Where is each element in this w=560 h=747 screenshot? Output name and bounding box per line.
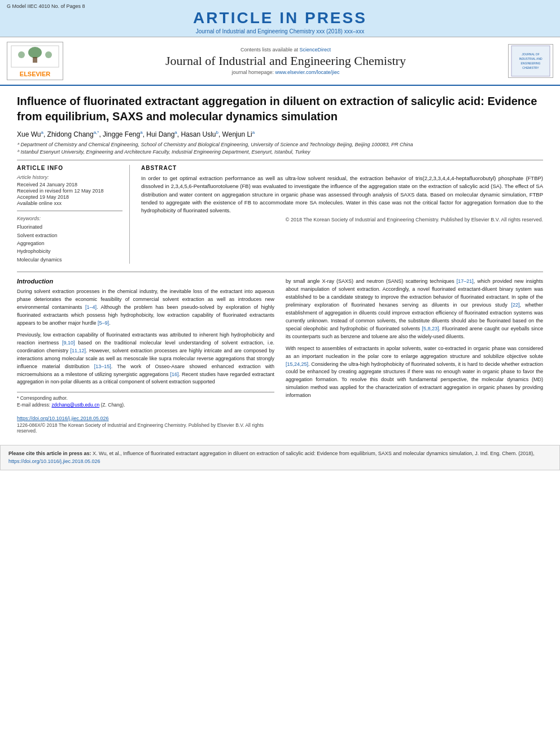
svg-point-1 [28,47,42,58]
right-para-1: by small angle X-ray (SAXS) and neutron … [286,278,543,341]
keyword-3: Aggregation [17,239,123,247]
doi-link[interactable]: https://doi.org/10.1016/j.jiec.2018.05.0… [17,416,274,421]
contents-label: Contents lists available at [240,47,298,53]
journal-logo-image: JOURNAL OF INDUSTRIAL AND ENGINEERING CH… [511,45,550,77]
elsevier-logo-box: ELSEVIER [7,42,63,80]
homepage-label: journal homepage: [231,69,274,75]
divider-info [17,211,123,211]
elsevier-logo-svg [10,45,60,68]
ref-17-21: [17–21] [457,278,474,284]
svg-rect-2 [33,57,37,63]
journal-center-area: Contents lists available at ScienceDirec… [69,47,502,75]
contents-line: Contents lists available at ScienceDirec… [69,47,502,53]
citation-box: Please cite this article in press as: X.… [0,445,560,470]
svg-point-4 [45,51,52,58]
article-history-label: Article history: [17,174,123,180]
body-section: Introduction During solvent extraction p… [17,272,543,434]
svg-text:CHEMISTRY: CHEMISTRY [522,66,539,69]
ref-1-4: [1–4] [85,304,97,310]
ref-11-12: [11,12] [71,348,86,353]
footnote-corresponding: * Corresponding author. [17,395,274,402]
divider-1 [17,160,543,160]
homepage-link[interactable]: www.elsevier.com/locate/jiec [275,69,340,75]
page: G Model IIEC 4010 No. of Pages 8 ARTICLE… [0,0,560,747]
affiliations: ᵃ Department of Chemistry and Chemical E… [17,141,543,155]
svg-text:INDUSTRIAL AND: INDUSTRIAL AND [519,57,542,60]
svg-rect-5 [511,46,550,76]
keyword-2: Solvent extraction [17,231,123,239]
received-date: Received 24 January 2018 [17,182,123,187]
footnote-area: * Corresponding author. E-mail address: … [17,392,274,409]
elsevier-wordmark: ELSEVIER [10,71,60,77]
accepted-date: Accepted 19 May 2018 [17,194,123,200]
abstract-text: In order to get optimal extraction perfo… [141,174,543,215]
abstract-col: ABSTRACT In order to get optimal extract… [141,165,543,264]
gmodel-text: G Model IIEC 4010 No. of Pages 8 [0,3,560,9]
ref-13-15: [13–15] [94,364,111,369]
svg-point-3 [18,51,25,58]
email-link[interactable]: zdchang@ustb.edu.cn [51,402,99,408]
article-in-press-title: ARTICLE IN PRESS [0,9,560,27]
introduction-heading: Introduction [17,278,274,285]
homepage-line: journal homepage: www.elsevier.com/locat… [69,69,502,75]
keyword-1: Fluorinated [17,223,123,231]
copyright-footer: 1226-086X/© 2018 The Korean Society of I… [17,422,274,434]
keywords-list: Fluorinated Solvent extraction Aggregati… [17,223,123,264]
received-revised-date: Received in revised form 12 May 2018 [17,188,123,194]
citation-text: X. Wu, et al., Influence of fluorinated … [93,451,535,456]
sciencedirect-link[interactable]: ScienceDirect [300,47,331,53]
article-info-abstract-section: ARTICLE INFO Article history: Received 2… [17,165,543,264]
affiliation-a: ᵃ Department of Chemistry and Chemical E… [17,141,543,148]
article-in-press-banner: G Model IIEC 4010 No. of Pages 8 ARTICLE… [0,0,560,37]
body-right-col: by small angle X-ray (SAXS) and neutron … [286,278,543,434]
keywords-label: Keywords: [17,216,123,221]
journal-reference: Journal of Industrial and Engineering Ch… [0,28,560,34]
journal-title: Journal of Industrial and Engineering Ch… [69,54,502,68]
journal-logo-right: JOURNAL OF INDUSTRIAL AND ENGINEERING CH… [508,44,553,78]
ref-5-9: [5–9] [98,320,109,326]
abstract-copyright: © 2018 The Korean Society of Industrial … [141,217,543,222]
intro-para-1: During solvent extraction processes in t… [17,288,274,327]
keyword-5: Molecular dynamics [17,256,123,264]
authors-line: Xue Wua, Zhidong Changa,*, Jingge Fenga,… [17,130,543,138]
journal-header: ELSEVIER Contents lists available at Sci… [0,37,560,86]
intro-para-2: Previously, low extraction capability of… [17,331,274,387]
citation-doi-link[interactable]: https://doi.org/10.1016/j.jiec.2018.05.0… [8,458,100,464]
ref-22: [22] [511,302,520,308]
ref-15-24-25: [15,24,25] [286,361,308,367]
main-content: Influence of fluorinated extractant aggr… [0,86,560,439]
svg-text:JOURNAL OF: JOURNAL OF [522,53,539,56]
article-info-col: ARTICLE INFO Article history: Received 2… [17,165,130,264]
svg-text:ENGINEERING: ENGINEERING [520,62,540,65]
cite-label: Please cite this article in press as: [8,451,91,456]
footnote-email: E-mail address: zdchang@ustb.edu.cn (Z. … [17,402,274,409]
doi-footer: https://doi.org/10.1016/j.jiec.2018.05.0… [17,413,274,434]
body-left-col: Introduction During solvent extraction p… [17,278,274,434]
article-title: Influence of fluorinated extractant aggr… [17,94,543,124]
right-para-2: With respect to assembles of extractants… [286,345,543,400]
affiliation-b: ᵇ Istanbul Esenyurt University, Engineer… [17,148,543,156]
ref-5-8-23: [5,8,23] [422,326,439,331]
logo-area: ELSEVIER [7,42,63,80]
ref-9-10: [9,10] [62,340,75,346]
article-info-heading: ARTICLE INFO [17,165,123,171]
abstract-heading: ABSTRACT [141,165,543,171]
keyword-4: Hydrophobicity [17,247,123,255]
available-online: Available online xxx [17,200,123,206]
ref-16: [16] [170,372,178,377]
